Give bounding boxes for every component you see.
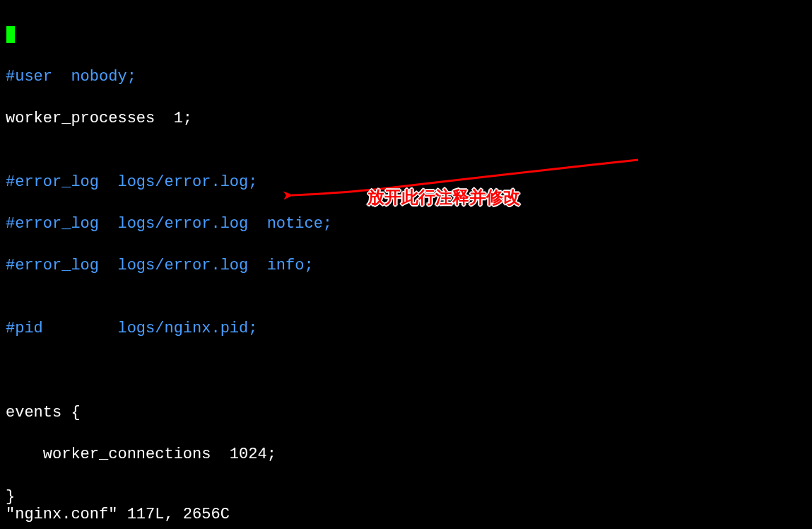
terminal-editor[interactable]: #user nobody; worker_processes 1; #error… [0,0,812,529]
code-line: #error_log logs/error.log notice; [6,214,806,235]
code-line: worker_connections 1024; [6,444,806,465]
code-line: #error_log logs/error.log; [6,172,806,193]
code-line: events [6,404,61,422]
text-cursor [6,26,15,43]
code-line: #user nobody; [6,66,806,88]
vim-status-line: "nginx.conf" 117L, 2656C [6,504,230,525]
code-line: 1; [155,110,192,127]
code-line: #error_log logs/error.log info; [6,255,806,277]
code-line: { [61,404,80,422]
code-line: #pid logs/nginx.pid; [6,318,806,339]
code-line: worker_processes [6,110,155,127]
